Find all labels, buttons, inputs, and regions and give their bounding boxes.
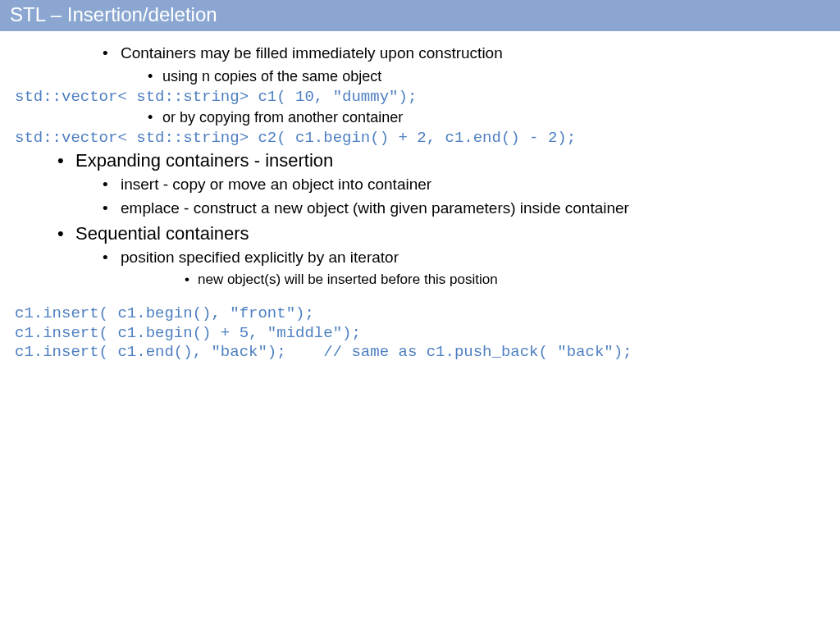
bullet-item: insert - copy or move an object into con… xyxy=(103,174,840,196)
code-block: c1.insert( c1.begin(), "front"); c1.inse… xyxy=(15,304,840,363)
bullet-item: using n copies of the same object xyxy=(148,66,840,86)
code-line: std::vector< std::string> c1( 10, "dummy… xyxy=(15,88,840,107)
bullet-item: Sequential containers xyxy=(57,221,840,246)
bullet-item: new object(s) will be inserted before th… xyxy=(185,271,840,290)
bullet-item: Expanding containers - insertion xyxy=(57,148,840,173)
slide-title: STL – Insertion/deletion xyxy=(10,3,217,25)
slide-body: Containers may be filled immediately upo… xyxy=(0,31,840,363)
code-line: std::vector< std::string> c2( c1.begin()… xyxy=(15,129,840,148)
bullet-item: Containers may be filled immediately upo… xyxy=(103,43,840,65)
bullet-item: or by copying from another container xyxy=(148,107,840,127)
bullet-item: emplace - construct a new object (with g… xyxy=(103,198,840,220)
bullet-item: position specified explicitly by an iter… xyxy=(103,247,840,269)
slide-title-bar: STL – Insertion/deletion xyxy=(0,0,840,31)
